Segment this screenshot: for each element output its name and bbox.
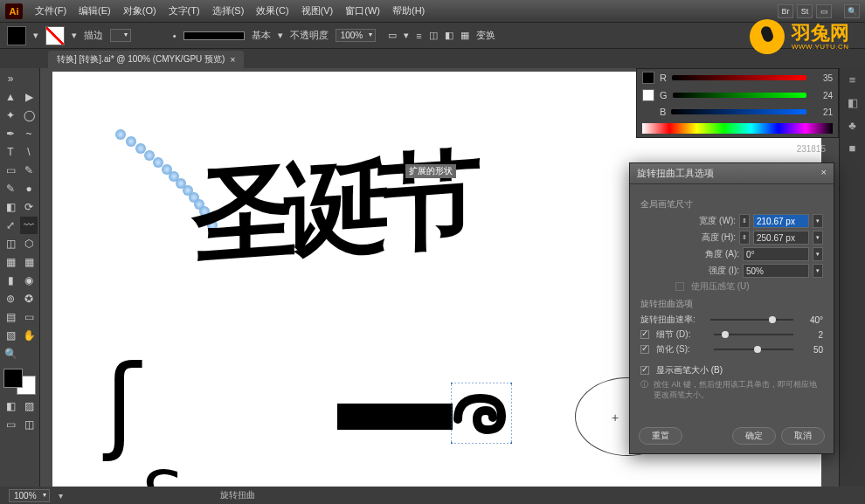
menu-text[interactable]: 文字(T) <box>163 3 205 19</box>
selection-tool[interactable]: ▲ <box>2 88 19 106</box>
panel-icon-2[interactable]: ◧ <box>845 96 861 112</box>
lasso-tool[interactable]: ◯ <box>20 107 38 124</box>
height-stepper[interactable]: ⇕ <box>739 231 750 245</box>
stroke-dd-icon[interactable]: ▾ <box>72 30 77 41</box>
close-icon[interactable]: × <box>230 55 235 65</box>
type-tool[interactable]: T <box>2 143 19 161</box>
stroke-swatch[interactable] <box>45 26 65 45</box>
dialog-title: 旋转扭曲工具选项 <box>637 167 714 180</box>
eyedropper-tool[interactable]: ◉ <box>20 272 38 289</box>
simplify-label: 简化 (S): <box>656 343 705 356</box>
panel-icon-1[interactable]: ≡ <box>845 73 861 89</box>
detail-label: 细节 (D): <box>656 328 705 341</box>
pen-tool[interactable]: ✒ <box>2 125 19 142</box>
menu-effect[interactable]: 效果(C) <box>251 3 294 19</box>
menu-help[interactable]: 帮助(H) <box>387 3 430 19</box>
paintbrush-tool[interactable]: ✎ <box>20 162 38 179</box>
direct-selection-tool[interactable]: ▶ <box>20 88 38 106</box>
line-tool[interactable]: \ <box>20 143 38 161</box>
blob-brush-tool[interactable]: ● <box>20 180 38 197</box>
shape-builder-tool[interactable]: ⬡ <box>20 235 38 252</box>
color-fill-swatch[interactable] <box>642 72 654 84</box>
rotate-tool[interactable]: ⟳ <box>20 198 38 216</box>
fill-swatch[interactable] <box>7 26 26 45</box>
magic-wand-tool[interactable]: ✦ <box>2 107 19 124</box>
r-slider[interactable] <box>672 75 806 80</box>
hex-value[interactable]: 231815 <box>797 144 826 154</box>
simplify-slider[interactable] <box>714 349 793 350</box>
show-brush-checkbox[interactable] <box>640 366 649 375</box>
reset-button[interactable]: 重置 <box>639 427 682 445</box>
ok-button[interactable]: 确定 <box>732 427 776 445</box>
height-dd-icon[interactable]: ▾ <box>813 231 823 245</box>
hand-tool[interactable]: ✋ <box>20 327 38 344</box>
opacity-dropdown[interactable]: 100% <box>336 29 377 42</box>
angle-dd-icon[interactable]: ▾ <box>813 247 823 261</box>
stock-button[interactable]: St <box>797 4 813 18</box>
width-dd-icon[interactable]: ▾ <box>813 214 823 228</box>
collapse-icon[interactable]: » <box>2 70 19 87</box>
cancel-button[interactable]: 取消 <box>781 427 825 445</box>
simplify-checkbox[interactable] <box>640 345 649 354</box>
warp-tool[interactable]: 〰 <box>20 217 38 234</box>
detail-slider[interactable] <box>714 334 793 335</box>
panel-icon-3[interactable]: ♣ <box>845 119 861 135</box>
scale-tool[interactable]: ⤢ <box>2 217 19 234</box>
perspective-tool[interactable]: ▦ <box>2 253 19 271</box>
screen-mode-icon[interactable]: ▭ <box>2 416 19 433</box>
r-value[interactable]: 35 <box>812 73 833 83</box>
g-slider[interactable] <box>673 93 806 98</box>
graph-tool[interactable]: ▤ <box>2 308 19 326</box>
b-value[interactable]: 21 <box>812 107 833 117</box>
zoom-dropdown[interactable]: 100% <box>9 489 50 502</box>
rate-slider[interactable] <box>710 319 793 321</box>
rate-label: 旋转扭曲速率: <box>640 314 702 326</box>
height-input[interactable]: 250.67 px <box>753 231 809 245</box>
search-icon[interactable]: 🔍 <box>844 4 860 18</box>
doc-tab[interactable]: 转换] [转换].ai* @ 100% (CMYK/GPU 预览) × <box>48 51 244 68</box>
width-stepper[interactable]: ⇕ <box>739 214 750 228</box>
draw-mode-icon[interactable]: ◫ <box>20 416 38 433</box>
fill-dd-icon[interactable]: ▾ <box>33 30 38 41</box>
rectangle-tool[interactable]: ▭ <box>2 162 19 179</box>
detail-checkbox[interactable] <box>640 330 649 339</box>
fill-stroke-swatches[interactable] <box>2 367 38 397</box>
menu-object[interactable]: 对象(O) <box>118 3 162 19</box>
free-transform-tool[interactable]: ◫ <box>2 235 19 252</box>
symbol-tool[interactable]: ✪ <box>20 290 38 307</box>
zoom-tool[interactable]: 🔍 <box>2 345 19 362</box>
tool-panel: » ▲ ▶ ✦ ◯ ✒ ~ T \ ▭ ✎ ✎ ● ◧ ⟳ ⤢ 〰 ◫ ⬡ ▦ … <box>0 68 40 487</box>
width-input[interactable]: 210.67 px <box>753 214 809 228</box>
bridge-button[interactable]: Br <box>778 4 793 18</box>
b-slider[interactable] <box>671 109 806 114</box>
color-mode-icon[interactable]: ◧ <box>2 397 19 415</box>
menu-edit[interactable]: 编辑(E) <box>73 3 116 19</box>
menu-view[interactable]: 视图(V) <box>296 3 339 19</box>
dialog-close-icon[interactable]: × <box>821 167 827 180</box>
menu-window[interactable]: 窗口(W) <box>340 3 385 19</box>
intensity-dd-icon[interactable]: ▾ <box>813 264 823 278</box>
curvature-tool[interactable]: ~ <box>20 125 38 142</box>
gradient-mode-icon[interactable]: ▨ <box>20 397 38 415</box>
menu-file[interactable]: 文件(F) <box>30 3 72 19</box>
panel-icon-4[interactable]: ■ <box>845 142 861 157</box>
menu-select[interactable]: 选择(S) <box>207 3 250 19</box>
g-value[interactable]: 24 <box>812 91 833 100</box>
angle-input[interactable]: 0° <box>743 247 809 261</box>
color-spectrum[interactable] <box>642 123 833 134</box>
blend-tool[interactable]: ⊚ <box>2 290 19 307</box>
intensity-input[interactable]: 50% <box>743 264 809 278</box>
slice-tool[interactable]: ▧ <box>2 327 19 344</box>
arrange-button[interactable]: ▭ <box>816 4 832 18</box>
gradient-tool[interactable]: ▮ <box>2 272 19 289</box>
mesh-tool[interactable]: ▦ <box>20 253 38 271</box>
color-stroke-swatch[interactable] <box>642 89 654 101</box>
artboard-tool[interactable]: ▭ <box>20 308 38 326</box>
art-swirl-left-1: ʃ <box>105 342 140 465</box>
eraser-tool[interactable]: ◧ <box>2 198 19 216</box>
logo-text: 羽兔网 <box>792 24 849 43</box>
transform-label[interactable]: 变换 <box>476 29 495 42</box>
stroke-weight-dropdown[interactable] <box>110 29 131 42</box>
intensity-label: 强度 (I): <box>709 265 739 277</box>
pencil-tool[interactable]: ✎ <box>2 180 19 197</box>
